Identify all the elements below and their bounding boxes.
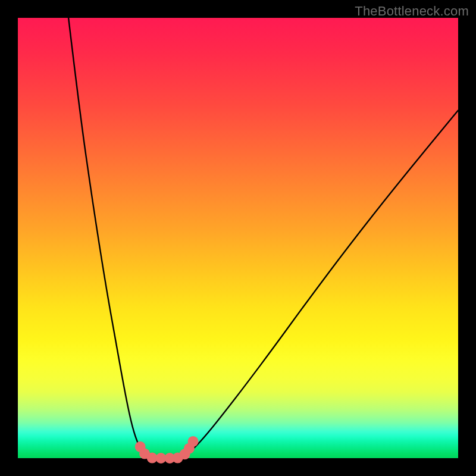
- watermark-text: TheBottleneck.com: [355, 4, 469, 19]
- plot-area: [18, 18, 458, 458]
- outer-frame: TheBottleneck.com: [0, 0, 476, 476]
- bottleneck-curve: [68, 18, 458, 458]
- marker-group: [135, 436, 199, 464]
- curve-svg: [18, 18, 458, 458]
- highlight-marker: [188, 436, 199, 447]
